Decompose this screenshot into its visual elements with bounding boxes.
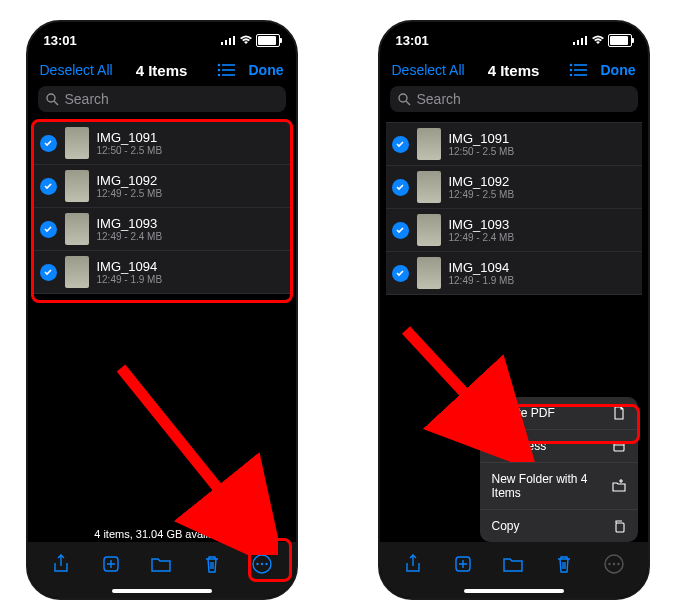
delete-button[interactable] bbox=[198, 550, 226, 578]
file-name: IMG_1092 bbox=[449, 174, 636, 189]
file-row[interactable]: IMG_1093 12:49 - 2.4 MB bbox=[34, 208, 290, 251]
svg-line-31 bbox=[406, 101, 410, 105]
search-bar[interactable]: Search bbox=[390, 86, 638, 112]
file-thumbnail bbox=[417, 257, 441, 289]
file-thumbnail bbox=[417, 171, 441, 203]
signal-icon bbox=[221, 35, 236, 45]
file-name: IMG_1094 bbox=[97, 259, 284, 274]
bottom-status: 4 items, 31.04 GB available bbox=[28, 528, 296, 540]
delete-button[interactable] bbox=[550, 550, 578, 578]
context-menu: Create PDF Compress New Folder with 4 It… bbox=[480, 397, 638, 542]
svg-point-10 bbox=[47, 94, 55, 102]
checkmark-icon[interactable] bbox=[40, 135, 57, 152]
view-mode-icon[interactable] bbox=[217, 63, 235, 77]
file-list: IMG_1091 12:50 - 2.5 MB IMG_1092 12:49 -… bbox=[34, 122, 290, 294]
file-meta: 12:49 - 1.9 MB bbox=[97, 274, 284, 285]
menu-label: Compress bbox=[492, 439, 547, 453]
svg-point-18 bbox=[261, 563, 263, 565]
menu-label: Create PDF bbox=[492, 406, 555, 420]
svg-point-26 bbox=[569, 69, 572, 72]
signal-icon bbox=[573, 35, 588, 45]
deselect-all-button[interactable]: Deselect All bbox=[40, 62, 113, 78]
svg-point-4 bbox=[217, 64, 220, 67]
svg-line-11 bbox=[54, 101, 58, 105]
file-info: IMG_1093 12:49 - 2.4 MB bbox=[97, 216, 284, 242]
file-info: IMG_1092 12:49 - 2.5 MB bbox=[97, 173, 284, 199]
svg-rect-33 bbox=[614, 442, 624, 451]
archive-icon bbox=[612, 439, 626, 453]
file-row[interactable]: IMG_1091 12:50 - 2.5 MB bbox=[34, 122, 290, 165]
file-meta: 12:49 - 1.9 MB bbox=[449, 275, 636, 286]
menu-copy[interactable]: Copy bbox=[480, 510, 638, 542]
checkmark-icon[interactable] bbox=[40, 221, 57, 238]
svg-rect-25 bbox=[574, 64, 587, 66]
svg-line-12 bbox=[121, 368, 258, 538]
share-button[interactable] bbox=[399, 550, 427, 578]
file-thumbnail bbox=[417, 214, 441, 246]
checkmark-icon[interactable] bbox=[40, 178, 57, 195]
svg-rect-22 bbox=[581, 38, 583, 45]
file-thumbnail bbox=[417, 128, 441, 160]
file-meta: 12:49 - 2.4 MB bbox=[449, 232, 636, 243]
phone-left: 13:01 Deselect All 4 Items Done Search I… bbox=[26, 20, 298, 600]
done-button[interactable]: Done bbox=[601, 62, 636, 78]
checkmark-icon[interactable] bbox=[392, 265, 409, 282]
file-name: IMG_1091 bbox=[449, 131, 636, 146]
file-meta: 12:50 - 2.5 MB bbox=[97, 145, 284, 156]
svg-point-28 bbox=[569, 74, 572, 77]
status-time: 13:01 bbox=[44, 33, 77, 48]
file-row[interactable]: IMG_1091 12:50 - 2.5 MB bbox=[386, 122, 642, 166]
svg-rect-7 bbox=[222, 69, 235, 71]
view-mode-icon[interactable] bbox=[569, 63, 587, 77]
checkmark-icon[interactable] bbox=[392, 136, 409, 153]
file-row[interactable]: IMG_1094 12:49 - 1.9 MB bbox=[386, 252, 642, 295]
file-name: IMG_1093 bbox=[449, 217, 636, 232]
duplicate-button[interactable] bbox=[97, 550, 125, 578]
menu-compress[interactable]: Compress bbox=[480, 430, 638, 463]
search-bar[interactable]: Search bbox=[38, 86, 286, 112]
nav-bar: Deselect All 4 Items Done bbox=[380, 54, 648, 86]
svg-rect-21 bbox=[577, 40, 579, 45]
svg-rect-0 bbox=[221, 42, 223, 45]
search-placeholder: Search bbox=[417, 91, 461, 107]
file-info: IMG_1091 12:50 - 2.5 MB bbox=[97, 130, 284, 156]
checkmark-icon[interactable] bbox=[392, 179, 409, 196]
file-name: IMG_1093 bbox=[97, 216, 284, 231]
home-indicator[interactable] bbox=[464, 589, 564, 593]
file-row[interactable]: IMG_1094 12:49 - 1.9 MB bbox=[34, 251, 290, 294]
svg-rect-23 bbox=[585, 36, 587, 45]
more-button[interactable] bbox=[248, 550, 276, 578]
checkmark-icon[interactable] bbox=[392, 222, 409, 239]
menu-new-folder[interactable]: New Folder with 4 Items bbox=[480, 463, 638, 510]
nav-title: 4 Items bbox=[488, 62, 540, 79]
checkmark-icon[interactable] bbox=[40, 264, 57, 281]
home-indicator[interactable] bbox=[112, 589, 212, 593]
status-indicators bbox=[221, 34, 280, 47]
svg-rect-27 bbox=[574, 69, 587, 71]
file-meta: 12:49 - 2.4 MB bbox=[97, 231, 284, 242]
file-row[interactable]: IMG_1092 12:49 - 2.5 MB bbox=[34, 165, 290, 208]
file-list: IMG_1091 12:50 - 2.5 MB IMG_1092 12:49 -… bbox=[386, 122, 642, 295]
menu-create-pdf[interactable]: Create PDF bbox=[480, 397, 638, 430]
more-button[interactable] bbox=[600, 550, 628, 578]
nav-bar: Deselect All 4 Items Done bbox=[28, 54, 296, 86]
battery-icon bbox=[256, 34, 280, 47]
move-button[interactable] bbox=[147, 550, 175, 578]
file-thumbnail bbox=[65, 256, 89, 288]
move-button[interactable] bbox=[499, 550, 527, 578]
svg-point-30 bbox=[399, 94, 407, 102]
share-button[interactable] bbox=[47, 550, 75, 578]
done-button[interactable]: Done bbox=[249, 62, 284, 78]
svg-point-6 bbox=[217, 69, 220, 72]
file-info: IMG_1091 12:50 - 2.5 MB bbox=[449, 131, 636, 157]
deselect-all-button[interactable]: Deselect All bbox=[392, 62, 465, 78]
svg-rect-3 bbox=[233, 36, 235, 45]
menu-label: Copy bbox=[492, 519, 520, 533]
file-thumbnail bbox=[65, 213, 89, 245]
status-time: 13:01 bbox=[396, 33, 429, 48]
svg-rect-9 bbox=[222, 74, 235, 76]
file-info: IMG_1094 12:49 - 1.9 MB bbox=[97, 259, 284, 285]
file-row[interactable]: IMG_1093 12:49 - 2.4 MB bbox=[386, 209, 642, 252]
duplicate-button[interactable] bbox=[449, 550, 477, 578]
file-row[interactable]: IMG_1092 12:49 - 2.5 MB bbox=[386, 166, 642, 209]
